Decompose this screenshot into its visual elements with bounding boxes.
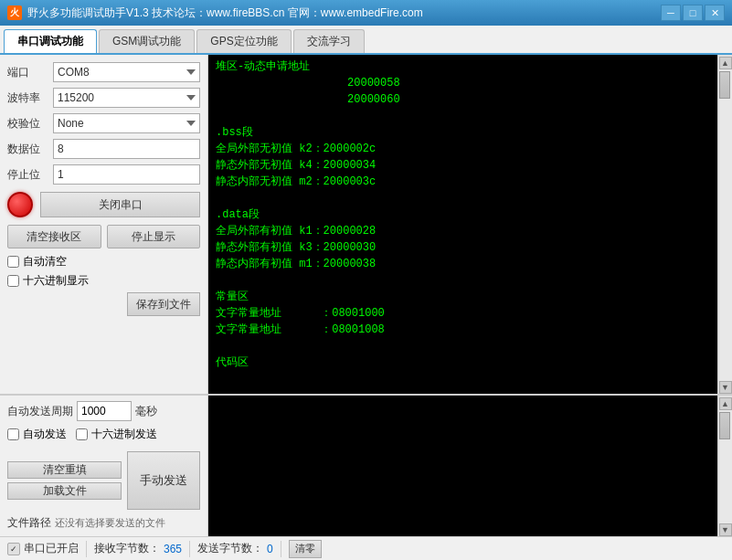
top-section: 端口 COM8 波特率 115200 校验位 None: [0, 55, 732, 394]
clear-reset-button[interactable]: 清空重填: [7, 461, 122, 479]
app-icon: 火: [7, 5, 22, 20]
file-path-value: 还没有选择要发送的文件: [55, 516, 200, 530]
window-controls: ─ □ ✕: [661, 5, 725, 21]
scroll-up-arrow[interactable]: ▲: [719, 57, 732, 69]
port-row: 端口 COM8: [7, 62, 200, 82]
titlebar: 火 野火多功能调试助手V1.3 技术论坛：www.fireBBS.cn 官网：w…: [0, 0, 732, 26]
send-label: 发送字节数：: [197, 541, 263, 556]
hex-send-label: 十六进制发送: [91, 427, 157, 442]
tab-bar: 串口调试功能 GSM调试功能 GPS定位功能 交流学习: [0, 26, 732, 55]
period-label: 自动发送周期: [7, 404, 73, 419]
port-label: 端口: [7, 65, 53, 80]
stopbits-input[interactable]: [53, 164, 200, 185]
scroll-track[interactable]: [719, 69, 732, 381]
send-scroll-down[interactable]: ▼: [719, 523, 732, 536]
bottom-left-panel: 自动发送周期 毫秒 自动发送 十六进制发送 清空重填 加载文件: [0, 396, 208, 536]
file-path-label: 文件路径: [7, 515, 51, 531]
baud-label: 波特率: [7, 90, 53, 106]
hex-send-row: 十六进制发送: [76, 427, 157, 442]
save-row: 保存到文件: [7, 292, 200, 316]
stopbits-row: 停止位: [7, 164, 200, 185]
period-input[interactable]: [77, 401, 132, 421]
send-area-display[interactable]: [208, 396, 717, 536]
close-port-button[interactable]: 关闭串口: [40, 192, 200, 217]
manual-send-button[interactable]: 手动发送: [127, 451, 200, 510]
load-file-button[interactable]: 加载文件: [7, 482, 122, 500]
port-select[interactable]: COM8: [53, 62, 200, 82]
clear-recv-button[interactable]: 清空接收区: [7, 225, 101, 248]
bottom-section: 自动发送周期 毫秒 自动发送 十六进制发送 清空重填 加载文件: [0, 394, 732, 536]
period-unit: 毫秒: [135, 404, 157, 419]
hex-display-checkbox[interactable]: [7, 275, 19, 287]
tab-gps[interactable]: GPS定位功能: [196, 29, 291, 53]
hex-display-label: 十六进制显示: [23, 273, 89, 289]
send-count: 0: [267, 543, 273, 555]
close-button[interactable]: ✕: [705, 5, 725, 21]
send-scroll-track[interactable]: [719, 410, 732, 523]
auto-send-label: 自动发送: [23, 427, 67, 442]
tab-serial[interactable]: 串口调试功能: [4, 29, 97, 53]
auto-clear-checkbox[interactable]: [7, 256, 19, 268]
status-bar: ✓ 串口已开启 接收字节数： 365 发送字节数： 0 清零: [0, 536, 732, 560]
port-open-label: 串口已开启: [24, 541, 79, 556]
port-open-icon: ✓: [7, 543, 20, 555]
terminal-scrollbar[interactable]: ▲ ▼: [717, 55, 732, 394]
port-open-indicator: ✓ 串口已开启: [7, 541, 79, 556]
port-status-indicator: [7, 192, 33, 217]
send-scroll-thumb[interactable]: [719, 412, 730, 439]
databits-row: 数据位: [7, 139, 200, 159]
recv-label: 接收字节数：: [94, 541, 160, 556]
maximize-button[interactable]: □: [683, 5, 703, 21]
scroll-down-arrow[interactable]: ▼: [719, 381, 732, 394]
recv-ctrl-row: 清空接收区 停止显示: [7, 225, 200, 248]
main-area: 端口 COM8 波特率 115200 校验位 None: [0, 55, 732, 536]
databits-input[interactable]: [53, 139, 200, 159]
divider-1: [86, 541, 87, 557]
clear-count-button[interactable]: 清零: [289, 540, 322, 558]
send-options-row: 自动发送 十六进制发送: [7, 427, 200, 446]
title-text: 野火多功能调试助手V1.3 技术论坛：www.fireBBS.cn 官网：www…: [27, 5, 661, 21]
auto-send-checkbox[interactable]: [7, 428, 19, 440]
hex-send-checkbox[interactable]: [76, 428, 88, 440]
parity-label: 校验位: [7, 116, 53, 132]
baud-row: 波特率 115200: [7, 88, 200, 108]
terminal-display: 堆区-动态申请地址 20000058 20000060 .bss段 全局外部无初…: [208, 55, 717, 394]
baud-select[interactable]: 115200: [53, 88, 200, 108]
recv-count: 365: [164, 543, 182, 555]
parity-row: 校验位 None: [7, 113, 200, 133]
scroll-thumb[interactable]: [719, 71, 730, 99]
save-file-button[interactable]: 保存到文件: [127, 292, 200, 316]
divider-3: [281, 541, 281, 557]
send-scrollbar[interactable]: ▲ ▼: [717, 396, 732, 536]
file-path-row: 文件路径 还没有选择要发送的文件: [7, 515, 200, 531]
send-count-item: 发送字节数： 0: [197, 541, 273, 556]
send-scroll-up[interactable]: ▲: [719, 397, 732, 410]
auto-send-row: 自动发送: [7, 427, 67, 442]
stopbits-label: 停止位: [7, 167, 53, 183]
hex-display-row: 十六进制显示: [7, 273, 200, 289]
recv-count-item: 接收字节数： 365: [94, 541, 182, 556]
auto-clear-row: 自动清空: [7, 254, 200, 269]
left-panel: 端口 COM8 波特率 115200 校验位 None: [0, 55, 208, 394]
minimize-button[interactable]: ─: [661, 5, 681, 21]
tab-gsm[interactable]: GSM调试功能: [99, 29, 195, 53]
auto-clear-label: 自动清空: [23, 254, 67, 269]
parity-select[interactable]: None: [53, 113, 200, 133]
tab-learn[interactable]: 交流学习: [293, 29, 365, 53]
send-period-row: 自动发送周期 毫秒: [7, 401, 200, 421]
databits-label: 数据位: [7, 142, 53, 157]
port-status-row: 关闭串口: [7, 192, 200, 217]
divider-2: [189, 541, 190, 557]
stop-display-button[interactable]: 停止显示: [107, 225, 201, 248]
